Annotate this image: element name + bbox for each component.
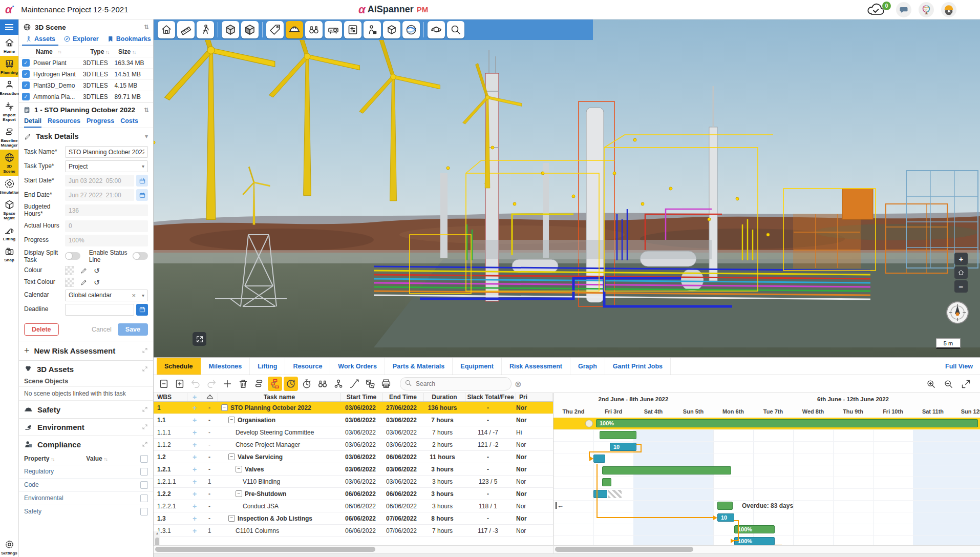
task-row-1.1.1[interactable]: 1.1.1+-Develop Steering Committee03/06/2… (154, 426, 553, 439)
section-view-tool-button[interactable] (241, 21, 259, 38)
task-row-1.1[interactable]: 1.1+-−Organisation03/06/202203/06/20227 … (154, 414, 553, 426)
compliance-checkbox[interactable] (140, 508, 148, 515)
print-button[interactable] (379, 377, 393, 391)
expand-section-icon[interactable] (142, 424, 148, 430)
compliance-row-regulatory[interactable]: Regulatory (19, 465, 153, 478)
asset-row[interactable]: ✓Hydrogen Plant3DTILES14.51 MB (19, 68, 153, 79)
task-tab-detail[interactable]: Detail (24, 116, 41, 128)
resources-button[interactable] (331, 377, 346, 391)
expand-section-icon[interactable] (142, 366, 148, 372)
compliance-checkbox[interactable] (140, 468, 148, 476)
gantt-tab-schedule[interactable]: Schedule (157, 358, 201, 375)
asset-row[interactable]: ✓Power Plant3DTILES163.34 MB (19, 57, 153, 68)
task-row-1[interactable]: 1+-−STO Planning October 202203/06/20222… (154, 402, 553, 414)
asset-row[interactable]: ✓Plant3D_Demo3DTILES4.15 MB (19, 79, 153, 91)
measure-tool-button[interactable] (177, 21, 195, 38)
asset-checkbox[interactable]: ✓ (22, 70, 30, 78)
gantt-tab-equipment[interactable]: Equipment (453, 358, 502, 375)
brain-ai-icon[interactable] (919, 2, 934, 17)
collapse-task-icon[interactable]: − (236, 466, 242, 472)
display-settings-tool-button[interactable] (344, 21, 361, 38)
nav-item-snap[interactable]: Snap (0, 243, 18, 264)
gantt-chart[interactable]: 2nd June - 8th June 20226th June - 12th … (553, 393, 980, 545)
collapse-task-icon[interactable]: − (228, 417, 235, 423)
undo-button[interactable] (188, 377, 203, 391)
gantt-tab-parts-materials[interactable]: Parts & Materials (385, 358, 453, 375)
actual-hours-input[interactable] (65, 220, 148, 232)
compliance-row-code[interactable]: Code (19, 478, 153, 491)
bounding-box-tool-button[interactable] (383, 21, 400, 38)
tag-tool-button[interactable] (266, 21, 284, 38)
stopwatch-button[interactable] (300, 377, 314, 391)
compass-widget[interactable] (945, 300, 970, 325)
colour-swatch[interactable] (65, 266, 74, 275)
task-row-1.2.2.1[interactable]: 1.2.2.1+-Conduct JSA06/06/202206/06/2022… (154, 500, 553, 512)
nav-item-settings[interactable]: Settings (0, 537, 18, 557)
add-subtask-icon[interactable]: + (187, 525, 202, 537)
reset-colour-icon[interactable]: ↺ (94, 266, 100, 275)
split-task-toggle[interactable] (65, 252, 80, 260)
nav-item-execution[interactable]: Execution (0, 77, 18, 98)
gantt-tab-milestones[interactable]: Milestones (201, 358, 250, 375)
task-row-1.2.1.1[interactable]: 1.2.1.1+1V110 Blinding03/06/202203/06/20… (154, 476, 553, 488)
calendar-icon[interactable] (136, 175, 148, 187)
gantt-search-input[interactable] (400, 377, 512, 390)
gantt-bar[interactable] (593, 455, 605, 463)
asset-checkbox[interactable]: ✓ (22, 81, 30, 89)
status-line-toggle[interactable] (133, 252, 148, 260)
asset-checkbox[interactable]: ✓ (22, 59, 30, 67)
collapse-all-button[interactable] (157, 377, 171, 391)
nav-item-3d-scene[interactable]: 3D Scene (0, 150, 18, 175)
grid-vertical-scrollbar[interactable]: ▲ (154, 531, 160, 545)
gantt-tab-work-orders[interactable]: Work Orders (330, 358, 385, 375)
gantt-expand-icon[interactable] (958, 377, 973, 391)
add-subtask-icon[interactable]: + (187, 463, 202, 475)
baseline2-button[interactable] (252, 377, 266, 391)
nav-item-home[interactable]: Home (0, 35, 18, 56)
compliance-checkbox[interactable] (140, 494, 148, 502)
expand-section-icon[interactable] (142, 441, 148, 447)
asset-checkbox[interactable]: ✓ (22, 93, 30, 100)
binoculars-tool-button[interactable] (305, 21, 323, 38)
binoculars-button[interactable] (315, 377, 330, 391)
new-risk-assessment-header[interactable]: + New Risk Assessment (19, 341, 153, 360)
3d-viewport[interactable]: + − 5 m (154, 19, 980, 357)
redo-button[interactable] (204, 377, 219, 391)
nav-item-baseline-manager[interactable]: Baseline Manager (0, 124, 18, 150)
nav-item-import-export[interactable]: Import Export (0, 98, 18, 124)
start-date-input[interactable] (65, 175, 134, 187)
gantt-tab-graph[interactable]: Graph (570, 358, 605, 375)
add-button[interactable] (220, 377, 235, 391)
safety-header[interactable]: Safety (19, 401, 153, 418)
search-tool-button[interactable] (447, 21, 464, 38)
add-subtask-icon[interactable]: + (187, 488, 202, 500)
zoom-out-button[interactable]: − (954, 280, 968, 293)
network-button[interactable] (268, 377, 282, 391)
walk-tool-button[interactable] (197, 21, 214, 38)
expand-section-icon[interactable] (142, 406, 148, 412)
expand-all-button[interactable] (173, 377, 187, 391)
assets3d-header[interactable]: 3D Assets (19, 361, 153, 378)
save-button[interactable]: Save (118, 323, 148, 336)
gantt-tab-risk-assessment[interactable]: Risk Assessment (502, 358, 570, 375)
deadline-input[interactable] (65, 304, 134, 316)
reset-text-colour-icon[interactable]: ↺ (94, 278, 100, 286)
add-subtask-icon[interactable]: + (187, 439, 202, 450)
hardhat-gear-icon[interactable] (941, 2, 956, 17)
compliance-checkbox[interactable] (140, 481, 148, 489)
grid-horizontal-scrollbar[interactable] (154, 546, 553, 553)
edit-text-colour-icon[interactable] (80, 279, 88, 286)
gantt-bar[interactable]: 10 (717, 513, 734, 522)
collapse-task-icon[interactable]: − (228, 453, 235, 460)
budgeted-hours-input[interactable] (65, 204, 148, 216)
expand-section-icon[interactable] (142, 347, 148, 354)
delete-button[interactable]: Delete (24, 323, 59, 336)
progress-input[interactable] (65, 235, 148, 246)
task-row-1.2.1[interactable]: 1.2.1+-−Valves03/06/202203/06/20223 hour… (154, 463, 553, 476)
gantt-tab-lifting[interactable]: Lifting (250, 358, 285, 375)
solid-view-tool-button[interactable] (222, 21, 239, 38)
compliance-header[interactable]: Compliance (19, 436, 153, 453)
collapse-task-icon[interactable]: − (236, 490, 242, 497)
cloud-sync-icon[interactable]: 0 (866, 3, 889, 17)
nav-item-simulation[interactable]: Simulation (0, 176, 18, 197)
